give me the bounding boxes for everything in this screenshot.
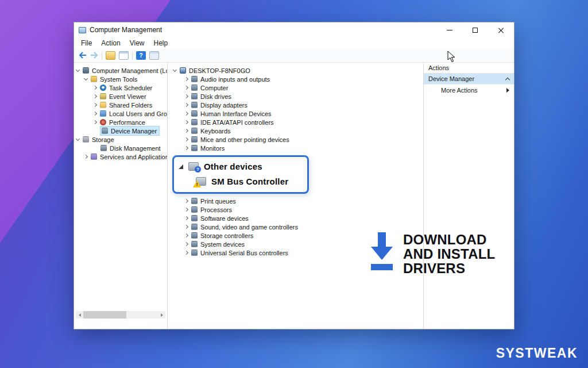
- chevron-right-icon[interactable]: [93, 94, 97, 98]
- processor-icon: [191, 206, 198, 213]
- disk-drives-icon: [191, 93, 198, 99]
- printer-icon: [191, 198, 198, 204]
- tree-item-services-applications[interactable]: Services and Applications: [74, 152, 167, 161]
- device-row-print-queues[interactable]: Print queues: [168, 197, 423, 205]
- device-row-disk-drives[interactable]: Disk drives: [168, 92, 423, 101]
- menu-help[interactable]: Help: [149, 39, 173, 47]
- chevron-right-icon[interactable]: [184, 137, 188, 141]
- computer-management-window: Computer Management File Action View Hel…: [74, 22, 514, 329]
- expanded-triangle-icon[interactable]: [179, 164, 183, 169]
- chevron-right-icon[interactable]: [184, 216, 188, 220]
- device-row-audio[interactable]: Audio inputs and outputs: [168, 75, 423, 83]
- usb-icon: [191, 250, 198, 256]
- device-row-sound[interactable]: Sound, video and game controllers: [168, 223, 423, 231]
- chevron-right-icon[interactable]: [184, 77, 188, 81]
- help-icon[interactable]: ?: [136, 51, 146, 60]
- horizontal-scrollbar[interactable]: [76, 311, 165, 319]
- chevron-right-icon[interactable]: [184, 94, 188, 98]
- chevron-right-icon[interactable]: [184, 251, 188, 255]
- monitor-icon: [191, 145, 198, 151]
- scroll-left-icon: [79, 313, 81, 317]
- tree-item-storage[interactable]: Storage: [74, 135, 167, 144]
- console-tree-icon[interactable]: [106, 51, 115, 60]
- window-controls: [436, 22, 514, 37]
- minimize-button[interactable]: [436, 22, 462, 37]
- tree-item-local-users-groups[interactable]: Local Users and Groups: [74, 109, 167, 118]
- scrollbar-thumb[interactable]: [83, 311, 126, 319]
- actions-device-manager[interactable]: Device Manager: [424, 74, 514, 85]
- tree-item-task-scheduler[interactable]: Task Scheduler: [74, 83, 167, 92]
- chevron-down-icon[interactable]: [76, 68, 80, 72]
- scroll-left-button[interactable]: [76, 311, 83, 319]
- device-row-keyboards[interactable]: Keyboards: [168, 126, 423, 135]
- chevron-right-icon[interactable]: [184, 233, 188, 237]
- chevron-down-icon[interactable]: [84, 76, 88, 80]
- sm-bus-controller-row[interactable]: ! SM Bus Controller: [179, 177, 301, 186]
- chevron-right-icon[interactable]: [184, 120, 188, 124]
- device-row-ide[interactable]: IDE ATA/ATAPI controllers: [168, 118, 423, 126]
- scrollbar-track[interactable]: [83, 311, 158, 319]
- chevron-right-icon[interactable]: [184, 129, 188, 133]
- toolbar-separator: [102, 52, 102, 60]
- selected-tree-item[interactable]: Device Manager: [100, 126, 159, 135]
- device-row-software-devices[interactable]: Software devices: [168, 214, 423, 223]
- minimize-icon: [447, 30, 452, 30]
- other-devices-label: Other devices: [204, 162, 262, 171]
- chevron-right-icon[interactable]: [84, 155, 88, 159]
- properties-icon[interactable]: [119, 51, 129, 60]
- tree-item-disk-management[interactable]: Disk Management: [74, 144, 167, 152]
- chevron-right-icon[interactable]: [184, 86, 188, 90]
- chevron-up-icon[interactable]: [505, 77, 510, 82]
- window-view-icon[interactable]: [149, 51, 159, 60]
- scroll-right-button[interactable]: [158, 311, 165, 319]
- tree-item-system-tools[interactable]: System Tools: [74, 75, 167, 83]
- device-root-row[interactable]: DESKTOP-F8NF0GO: [168, 66, 423, 75]
- device-row-hid[interactable]: Human Interface Devices: [168, 109, 423, 118]
- menu-bar: File Action View Help: [74, 37, 514, 49]
- tree-item-shared-folders[interactable]: Shared Folders: [74, 101, 167, 109]
- chevron-right-icon[interactable]: [93, 103, 97, 107]
- menu-view[interactable]: View: [125, 39, 149, 47]
- download-arrow-icon: [369, 232, 395, 274]
- chevron-right-icon[interactable]: [93, 120, 97, 124]
- submenu-arrow-icon: [506, 88, 509, 93]
- menu-action[interactable]: Action: [96, 39, 125, 47]
- close-button[interactable]: [488, 22, 514, 37]
- download-line2: AND INSTALL: [403, 247, 495, 261]
- chevron-right-icon[interactable]: [184, 225, 188, 229]
- ide-controllers-icon: [191, 119, 198, 125]
- unknown-device-icon: ?: [188, 162, 199, 171]
- chevron-right-icon[interactable]: [184, 146, 188, 150]
- highlight-callout-box: ? Other devices ! SM Bus Controller: [172, 155, 309, 194]
- chevron-right-icon[interactable]: [184, 208, 188, 212]
- actions-pane: Actions Device Manager More Actions: [423, 63, 514, 329]
- forward-button[interactable]: [90, 51, 98, 61]
- chevron-right-icon[interactable]: [184, 112, 188, 116]
- actions-more-actions[interactable]: More Actions: [424, 85, 514, 95]
- device-row-monitors[interactable]: Monitors: [168, 144, 423, 152]
- back-button[interactable]: [79, 51, 87, 61]
- device-row-computer[interactable]: Computer: [168, 83, 423, 92]
- title-bar[interactable]: Computer Management: [74, 22, 514, 37]
- console-tree-pane: Computer Management (Local System Tools …: [74, 63, 168, 329]
- chevron-right-icon[interactable]: [93, 112, 97, 116]
- device-row-display-adapters[interactable]: Display adapters: [168, 101, 423, 109]
- chevron-right-icon[interactable]: [184, 242, 188, 246]
- tree-item-computer-management[interactable]: Computer Management (Local: [74, 66, 167, 75]
- tree-item-performance[interactable]: Performance: [74, 118, 167, 126]
- menu-file[interactable]: File: [76, 39, 96, 47]
- chevron-right-icon[interactable]: [93, 86, 97, 90]
- sm-bus-device-icon: !: [196, 177, 206, 186]
- chevron-right-icon[interactable]: [184, 199, 188, 203]
- tree-item-device-manager[interactable]: Device Manager: [74, 126, 167, 135]
- chevron-down-icon[interactable]: [173, 68, 177, 72]
- close-icon: [498, 27, 504, 33]
- chevron-right-icon[interactable]: [184, 103, 188, 107]
- maximize-button[interactable]: [462, 22, 488, 37]
- device-row-mice[interactable]: Mice and other pointing devices: [168, 135, 423, 144]
- chevron-down-icon[interactable]: [76, 137, 80, 141]
- device-row-processors[interactable]: Processors: [168, 205, 423, 214]
- event-viewer-icon: [100, 93, 106, 99]
- tree-item-event-viewer[interactable]: Event Viewer: [74, 92, 167, 101]
- other-devices-row[interactable]: ? Other devices: [179, 162, 301, 171]
